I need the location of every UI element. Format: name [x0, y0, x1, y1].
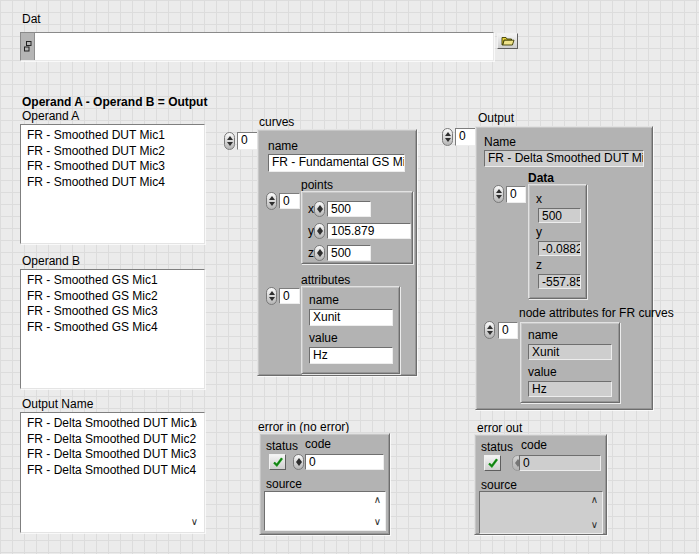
- scroll-down-icon[interactable]: ∨: [191, 517, 198, 527]
- check-icon: [272, 456, 284, 468]
- data-z-label: z: [536, 259, 542, 272]
- scroll-up-icon[interactable]: ∧: [591, 495, 598, 505]
- decrement-arrow-icon[interactable]: [496, 195, 502, 199]
- error-out-status-label: status: [481, 441, 513, 454]
- attribute-name-field[interactable]: Xunit: [309, 309, 393, 326]
- output-name-listbox[interactable]: ∧ ∨ FR - Delta Smoothed DUT Mic1FR - Del…: [20, 412, 205, 533]
- operand-a-label: Operand A: [22, 110, 79, 123]
- curves-cluster: name FR - Fundamental GS Mic1 points 0 x…: [257, 129, 417, 376]
- data-index-spinner[interactable]: [493, 185, 504, 203]
- scroll-down-icon[interactable]: ∨: [374, 517, 381, 527]
- output-index-value[interactable]: 0: [455, 128, 476, 146]
- points-cluster: x 500 y 105.879 z 500: [301, 191, 413, 264]
- node-attributes-cluster: name Xunit value Hz: [520, 322, 620, 403]
- data-y-field: -0.08823: [538, 241, 581, 256]
- output-name-label: Output Name: [22, 398, 93, 411]
- increment-arrow-icon[interactable]: [227, 136, 233, 140]
- error-out-source-field: ∧ ∨: [479, 491, 603, 534]
- node-attributes-label: node attributes for FR curves: [519, 307, 674, 320]
- list-item[interactable]: FR - Delta Smoothed DUT Mic4: [27, 463, 204, 479]
- decrement-arrow-icon[interactable]: [296, 462, 302, 466]
- list-item[interactable]: FR - Smoothed DUT Mic3: [27, 159, 204, 175]
- path-type-strip: [21, 33, 35, 60]
- increment-arrow-icon[interactable]: [496, 189, 502, 193]
- node-attribute-value-field: Hz: [528, 381, 612, 397]
- error-in-cluster: status code 0 source ∧ ∨: [259, 433, 390, 535]
- output-label: Output: [478, 112, 514, 125]
- output-name-field-label: Name: [484, 136, 516, 149]
- node-attributes-index-value[interactable]: 0: [498, 322, 518, 339]
- increment-arrow-icon[interactable]: [269, 196, 275, 200]
- list-item[interactable]: FR - Smoothed DUT Mic4: [27, 175, 204, 191]
- output-name-field: FR - Delta Smoothed DUT Mic1: [484, 150, 644, 167]
- point-z-spinner[interactable]: [314, 245, 325, 261]
- curve-name-label: name: [268, 140, 298, 153]
- decrement-arrow-icon[interactable]: [317, 209, 323, 213]
- list-item[interactable]: FR - Smoothed DUT Mic1: [27, 128, 204, 144]
- decrement-arrow-icon[interactable]: [317, 253, 323, 257]
- point-y-field[interactable]: 105.879: [327, 223, 411, 239]
- curves-index-spinner[interactable]: [224, 132, 235, 150]
- list-item[interactable]: FR - Delta Smoothed DUT Mic2: [27, 432, 204, 448]
- list-item[interactable]: FR - Smoothed GS Mic1: [27, 273, 204, 289]
- node-attribute-name-field: Xunit: [528, 344, 612, 360]
- decrement-arrow-icon[interactable]: [487, 331, 493, 335]
- data-index-value[interactable]: 0: [506, 186, 526, 203]
- decrement-arrow-icon[interactable]: [227, 142, 233, 146]
- node-attribute-name-label: name: [528, 329, 558, 342]
- decrement-arrow-icon[interactable]: [317, 231, 323, 235]
- data-x-field: 500: [538, 208, 581, 223]
- point-z-field[interactable]: 500: [327, 245, 371, 261]
- path-label: Dat: [22, 13, 41, 26]
- scroll-up-icon[interactable]: ∧: [191, 418, 198, 428]
- decrement-arrow-icon[interactable]: [269, 202, 275, 206]
- decrement-arrow-icon[interactable]: [445, 138, 451, 142]
- list-item[interactable]: FR - Smoothed GS Mic4: [27, 320, 204, 336]
- curves-index-value[interactable]: 0: [237, 132, 259, 150]
- data-z-field: -557.857: [538, 274, 581, 289]
- attributes-index-spinner[interactable]: [266, 287, 277, 305]
- scroll-down-icon[interactable]: ∨: [591, 520, 598, 530]
- data-cluster: x 500 y -0.08823 z -557.857: [528, 184, 587, 299]
- attribute-value-field[interactable]: Hz: [309, 347, 393, 364]
- list-item[interactable]: FR - Delta Smoothed DUT Mic3: [27, 447, 204, 463]
- error-in-status-button[interactable]: [269, 454, 286, 470]
- browse-button[interactable]: [497, 33, 518, 49]
- scroll-up-icon[interactable]: ∧: [374, 495, 381, 505]
- folder-icon: [501, 36, 515, 46]
- error-in-code-field[interactable]: 0: [305, 454, 384, 470]
- node-attribute-value-label: value: [528, 366, 557, 379]
- attributes-index-value[interactable]: 0: [279, 288, 300, 304]
- points-index-spinner[interactable]: [266, 192, 277, 210]
- output-index-spinner[interactable]: [442, 128, 453, 146]
- curve-name-field[interactable]: FR - Fundamental GS Mic1: [268, 154, 405, 172]
- operation-title: Operand A - Operand B = Output: [22, 96, 207, 109]
- point-x-field[interactable]: 500: [327, 201, 371, 217]
- error-in-source-field[interactable]: ∧ ∨: [264, 491, 386, 531]
- increment-arrow-icon[interactable]: [445, 132, 451, 136]
- error-out-cluster: status code 0 source ∧ ∨: [474, 434, 607, 535]
- list-item[interactable]: FR - Delta Smoothed DUT Mic1: [27, 416, 204, 432]
- error-out-code-label: code: [521, 439, 547, 452]
- increment-arrow-icon[interactable]: [269, 291, 275, 295]
- points-index-value[interactable]: 0: [279, 193, 300, 209]
- point-x-spinner[interactable]: [314, 201, 325, 217]
- error-in-status-label: status: [266, 440, 298, 453]
- list-item[interactable]: FR - Smoothed DUT Mic2: [27, 144, 204, 160]
- operand-b-listbox[interactable]: FR - Smoothed GS Mic1FR - Smoothed GS Mi…: [20, 269, 205, 389]
- check-icon: [487, 457, 499, 469]
- path-input[interactable]: [20, 32, 494, 61]
- list-item[interactable]: FR - Smoothed GS Mic3: [27, 304, 204, 320]
- increment-arrow-icon[interactable]: [487, 325, 493, 329]
- error-out-status-indicator: [484, 455, 501, 471]
- list-item[interactable]: FR - Smoothed GS Mic2: [27, 289, 204, 305]
- operand-a-listbox[interactable]: FR - Smoothed DUT Mic1FR - Smoothed DUT …: [20, 124, 205, 244]
- data-y-label: y: [536, 226, 542, 239]
- attribute-value-label: value: [309, 332, 338, 345]
- error-in-code-spinner[interactable]: [293, 454, 304, 470]
- decrement-arrow-icon[interactable]: [269, 297, 275, 301]
- point-y-spinner[interactable]: [314, 223, 325, 239]
- node-attributes-index-spinner[interactable]: [484, 321, 495, 339]
- error-out-code-field: 0: [519, 455, 601, 471]
- curves-label: curves: [259, 116, 294, 129]
